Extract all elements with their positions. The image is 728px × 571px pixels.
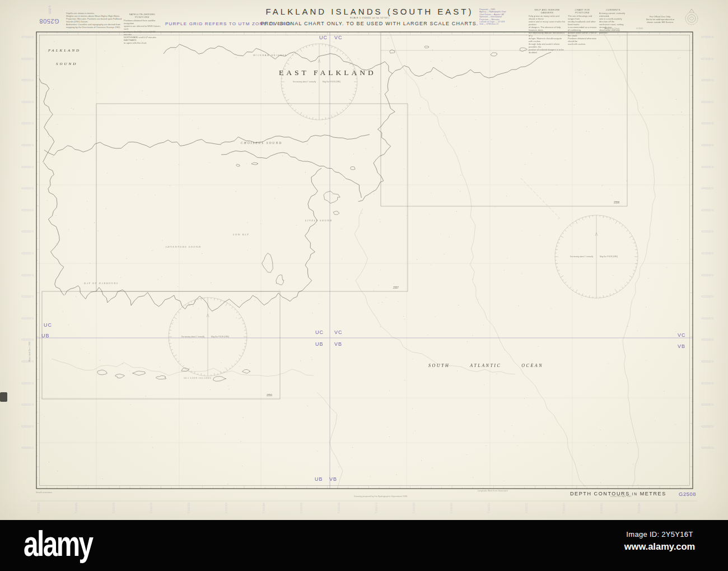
island — [251, 163, 258, 165]
rose-tick — [633, 273, 634, 274]
sounding-dot — [521, 273, 522, 273]
sounding-dot — [321, 295, 321, 296]
sounding-dot — [388, 38, 389, 39]
adjoining-chart-number: G 2561 — [636, 27, 643, 30]
note-line: Kelp grows on many rocks and shoals in t… — [529, 15, 566, 20]
rose-tick — [627, 230, 628, 231]
rose-tick — [325, 44, 326, 47]
northing-label: 4375000 N — [13, 36, 34, 39]
magnetic-variation-line — [521, 178, 561, 220]
easting-label: 660000 E — [337, 503, 340, 519]
sounding-dot — [538, 346, 539, 347]
northing-label: 4350000 N — [13, 144, 34, 147]
northing-label: 4330000 N — [701, 230, 721, 233]
provisional-subtitle: PROVISIONAL CHART ONLY. TO BE USED WITH … — [241, 21, 498, 26]
sounding-dot — [265, 91, 265, 92]
note-line: position of isolated dangers is to be do… — [529, 48, 566, 54]
rose-tick — [342, 109, 344, 111]
sounding-dot — [444, 112, 445, 112]
island — [491, 53, 497, 56]
sounding-dot — [586, 131, 587, 131]
rose-tick — [236, 312, 238, 313]
sounding-dot — [374, 194, 374, 194]
sounding-dot — [344, 180, 344, 180]
sounding-dot — [282, 155, 283, 156]
sounding-dot — [381, 156, 382, 156]
sounding-dot — [380, 270, 381, 270]
sounding-dot — [528, 405, 529, 406]
sounding-dot — [378, 285, 379, 285]
easting-label: 630000 E — [225, 503, 227, 519]
sounding-dot — [666, 267, 667, 268]
rose-tick — [573, 290, 573, 291]
sounding-dot — [589, 132, 589, 132]
rose-tick — [172, 353, 174, 354]
sounding-dot — [512, 425, 512, 426]
sounding-dot — [386, 104, 386, 105]
sounding-dot — [63, 311, 63, 312]
sounding-dot — [648, 278, 648, 278]
rose-tick — [170, 346, 171, 347]
rose-tick — [170, 327, 171, 327]
rose-tick — [564, 230, 566, 231]
sounding-dot — [421, 142, 421, 143]
rose-tick — [244, 346, 245, 347]
rose-tick — [235, 364, 236, 365]
island — [324, 191, 340, 203]
rose-tick — [635, 246, 636, 247]
sounding-dot — [158, 279, 158, 280]
south-atlantic-ocean-label: SOUTH ATLANTIC OCEAN — [428, 363, 543, 368]
zone-label-ub-mid: UB — [315, 341, 324, 347]
rose-tick — [300, 112, 302, 115]
sounding-dot — [151, 437, 152, 438]
official-use-note: For Official Use Only.Not to be sold/rep… — [644, 15, 676, 24]
sounding-dot — [407, 215, 407, 216]
sounding-dot — [279, 290, 279, 290]
sounding-dot — [54, 41, 54, 42]
rose-tick — [284, 66, 286, 66]
northing-label: 4315000 N — [701, 295, 721, 298]
island — [424, 46, 429, 48]
sounding-dot — [311, 359, 312, 360]
sounding-dot — [431, 264, 431, 265]
sounding-dot — [613, 275, 614, 276]
sounding-dot — [675, 424, 676, 425]
sounding-dot — [609, 109, 609, 109]
rose-tick — [576, 290, 577, 293]
falkland-sound-label-2: SOUND — [56, 62, 77, 66]
rose-tick — [217, 299, 218, 300]
easting-label: 650000 E — [300, 503, 302, 519]
rose-tick — [214, 373, 214, 375]
sounding-dot — [574, 105, 575, 105]
northing-label: 4365000 N — [13, 79, 34, 82]
adjoining-chart-label: Adjoining Chart — [605, 27, 619, 30]
island — [333, 211, 339, 215]
sounding-dot — [415, 430, 416, 431]
rose-tick — [239, 355, 241, 356]
ocean-word-atlantic: ATLANTIC — [470, 363, 501, 368]
rose-tick — [629, 280, 631, 280]
sounding-dot — [565, 160, 566, 160]
easting-label: 730000 E — [600, 503, 603, 519]
sounding-dot — [146, 396, 146, 397]
northing-label: 4300000 N — [701, 360, 721, 363]
adjoining-panel-outlines — [42, 32, 693, 399]
sounding-dot — [236, 318, 237, 318]
rose-tick — [559, 273, 560, 274]
island — [351, 167, 355, 170]
rose-tick — [329, 45, 329, 46]
sounding-dot — [619, 36, 620, 37]
northing-label: 4335000 N — [13, 209, 34, 212]
sounding-dot — [341, 229, 342, 229]
coastline — [392, 52, 551, 78]
sounding-dot — [98, 230, 99, 231]
sounding-dot — [307, 143, 307, 144]
northing-label: 4305000 N — [701, 338, 721, 341]
northing-label: 4285000 N — [13, 425, 34, 428]
rose-tick — [635, 267, 636, 268]
chart-title: FALKLAND ISLANDS (SOUTH EAST) — [241, 7, 498, 16]
rose-tick — [586, 217, 586, 218]
sounding-dot — [276, 283, 277, 284]
rose-tick — [169, 343, 171, 343]
sounding-dot — [404, 380, 405, 380]
